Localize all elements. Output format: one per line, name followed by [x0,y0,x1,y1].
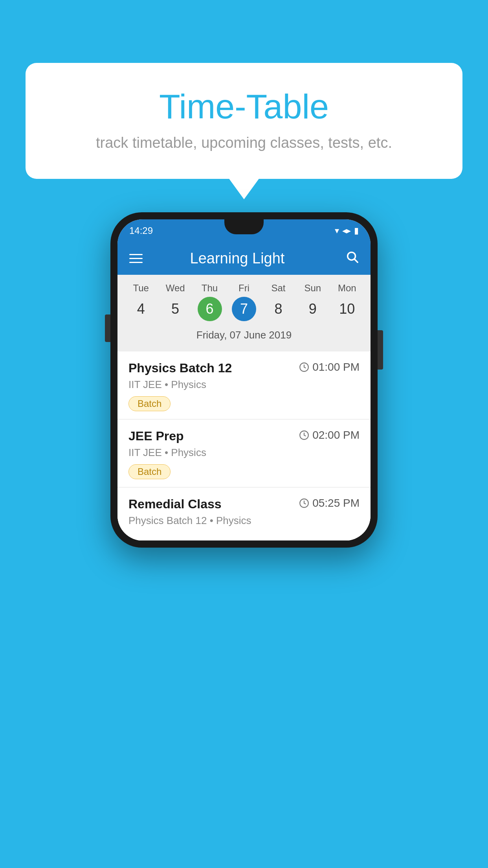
phone-screen: 14:29 ▾ ◂▸ ▮ Learning Light [117,219,371,541]
class-item-header-1: Physics Batch 12 01:00 PM [128,361,360,375]
bubble-title: Time-Table [57,86,431,127]
status-time: 14:29 [129,225,153,236]
battery-icon: ▮ [354,226,359,236]
selected-date-label: Friday, 07 June 2019 [124,325,364,348]
class-list: Physics Batch 12 01:00 PM IIT JEE • Phys… [117,351,371,541]
calendar-day-sun[interactable]: Sun 9 [297,283,328,321]
svg-line-1 [354,259,358,262]
signal-icon: ◂▸ [342,226,351,236]
class-meta-1: IIT JEE • Physics [128,379,360,391]
calendar-day-thu[interactable]: Thu 6 [194,283,226,321]
speech-bubble: Time-Table track timetable, upcoming cla… [26,63,462,179]
status-bar: 14:29 ▾ ◂▸ ▮ [117,219,371,242]
bubble-subtitle: track timetable, upcoming classes, tests… [57,134,431,151]
calendar-day-fri[interactable]: Fri 7 [228,283,260,321]
class-name-3: Remedial Class [128,497,222,511]
class-time-2: 02:00 PM [299,429,360,441]
clock-icon-1 [299,362,309,372]
app-title: Learning Light [143,250,332,267]
class-meta-3: Physics Batch 12 • Physics [128,515,360,527]
calendar-day-wed[interactable]: Wed 5 [160,283,191,321]
wifi-icon: ▾ [335,226,339,236]
search-button[interactable] [345,250,359,267]
clock-icon-3 [299,498,309,508]
class-meta-2: IIT JEE • Physics [128,447,360,459]
calendar-row: Tue 4 Wed 5 Thu 6 Fri 7 [124,283,364,321]
status-icons: ▾ ◂▸ ▮ [335,226,359,236]
class-item-header-2: JEE Prep 02:00 PM [128,429,360,443]
phone-outer-shell: 14:29 ▾ ◂▸ ▮ Learning Light [110,212,378,548]
batch-badge-1: Batch [128,396,171,411]
speech-bubble-section: Time-Table track timetable, upcoming cla… [26,63,462,179]
batch-badge-2: Batch [128,464,171,479]
class-time-1: 01:00 PM [299,361,360,373]
phone-mockup: 14:29 ▾ ◂▸ ▮ Learning Light [110,212,378,548]
class-time-3: 05:25 PM [299,497,360,509]
class-item-header-3: Remedial Class 05:25 PM [128,497,360,511]
app-header: Learning Light [117,242,371,275]
menu-line-3 [129,262,143,263]
calendar-day-tue[interactable]: Tue 4 [125,283,157,321]
class-name-1: Physics Batch 12 [128,361,232,375]
class-item-physics-batch-12[interactable]: Physics Batch 12 01:00 PM IIT JEE • Phys… [117,351,371,419]
menu-line-2 [129,258,143,259]
calendar-day-mon[interactable]: Mon 10 [331,283,363,321]
hamburger-menu-icon[interactable] [129,254,143,263]
menu-line-1 [129,254,143,255]
class-item-jee-prep[interactable]: JEE Prep 02:00 PM IIT JEE • Physics Batc… [117,419,371,487]
calendar-day-sat[interactable]: Sat 8 [262,283,294,321]
class-item-remedial[interactable]: Remedial Class 05:25 PM Physics Batch 12… [117,487,371,541]
clock-icon-2 [299,430,309,440]
calendar-section: Tue 4 Wed 5 Thu 6 Fri 7 [117,275,371,351]
class-name-2: JEE Prep [128,429,184,443]
